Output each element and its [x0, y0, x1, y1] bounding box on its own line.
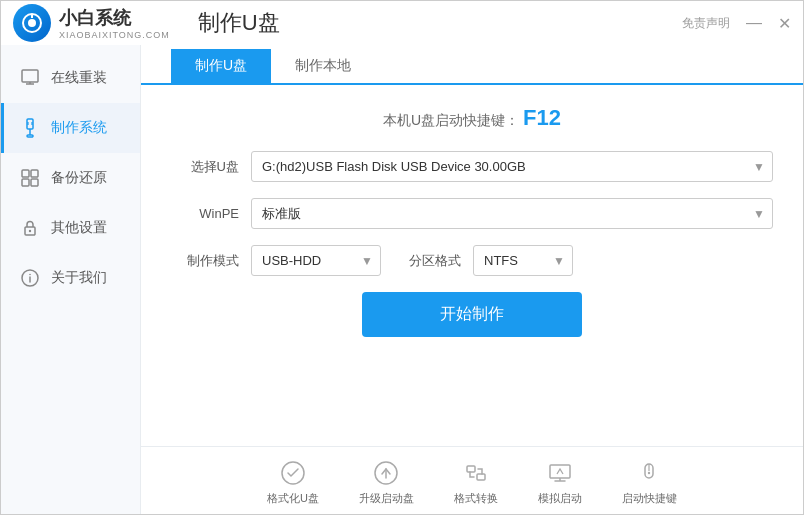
- svg-point-19: [29, 274, 31, 276]
- partition-control: NTFS FAT32 exFAT ▼: [473, 245, 573, 276]
- usb-select[interactable]: G:(hd2)USB Flash Disk USB Device 30.00GB: [251, 151, 773, 182]
- winpe-label: WinPE: [171, 206, 239, 221]
- bottom-toolbar: 格式化U盘 升级启动盘: [141, 446, 803, 515]
- svg-rect-3: [22, 70, 38, 82]
- svg-point-1: [28, 19, 36, 27]
- usb-icon: [19, 117, 41, 139]
- svg-rect-23: [467, 466, 475, 472]
- sidebar-label-backup-restore: 备份还原: [51, 169, 107, 187]
- mode-select[interactable]: USB-HDD USB-ZIP USB-FDD: [251, 245, 381, 276]
- tool-format-convert-label: 格式转换: [454, 491, 498, 506]
- desktop-launch-icon: [546, 459, 574, 487]
- logo-sub: XIAOBAIXITONG.COM: [59, 30, 170, 40]
- disclaimer-link[interactable]: 免责声明: [682, 15, 730, 32]
- content-area: 制作U盘 制作本地 本机U盘启动快捷键： F12 选择U盘 G:(hd2)USB…: [141, 45, 803, 515]
- close-button[interactable]: ✕: [778, 14, 791, 33]
- tool-upgrade-boot-label: 升级启动盘: [359, 491, 414, 506]
- svg-rect-8: [27, 135, 33, 137]
- winpe-select[interactable]: 标准版 经典版 高级版: [251, 198, 773, 229]
- upload-circle-icon: [372, 459, 400, 487]
- sidebar-item-make-system[interactable]: 制作系统: [1, 103, 140, 153]
- minimize-button[interactable]: —: [746, 14, 762, 32]
- shortcut-key: F12: [523, 105, 561, 130]
- svg-rect-13: [22, 179, 29, 186]
- sidebar-label-online-reinstall: 在线重装: [51, 69, 107, 87]
- sidebar-label-make-system: 制作系统: [51, 119, 107, 137]
- shortcut-label: 本机U盘启动快捷键：: [383, 112, 519, 128]
- svg-point-16: [29, 230, 31, 232]
- info-icon: [19, 267, 41, 289]
- convert-icon: [462, 459, 490, 487]
- grid-icon: [19, 167, 41, 189]
- shortcut-hint: 本机U盘启动快捷键： F12: [171, 105, 773, 131]
- mode-partition-row: 制作模式 USB-HDD USB-ZIP USB-FDD ▼ 分区格式 NTFS…: [171, 245, 773, 276]
- svg-rect-12: [31, 170, 38, 177]
- sidebar: 在线重装 制作系统: [1, 45, 141, 515]
- tabs: 制作U盘 制作本地: [141, 49, 803, 85]
- tool-boot-shortcut-label: 启动快捷键: [622, 491, 677, 506]
- svg-point-30: [648, 472, 650, 474]
- usb-control: G:(hd2)USB Flash Disk USB Device 30.00GB…: [251, 151, 773, 182]
- sidebar-item-other-settings[interactable]: 其他设置: [1, 203, 140, 253]
- svg-rect-11: [22, 170, 29, 177]
- tab-make-usb[interactable]: 制作U盘: [171, 49, 271, 85]
- form-area: 本机U盘启动快捷键： F12 选择U盘 G:(hd2)USB Flash Dis…: [141, 85, 803, 446]
- tool-boot-shortcut[interactable]: 启动快捷键: [622, 459, 677, 506]
- usb-select-row: 选择U盘 G:(hd2)USB Flash Disk USB Device 30…: [171, 151, 773, 182]
- mode-label: 制作模式: [171, 252, 239, 270]
- logo-main: 小白系统: [59, 6, 170, 30]
- partition-label: 分区格式: [393, 252, 461, 270]
- titlebar-left: 小白系统 XIAOBAIXITONG.COM 制作U盘: [13, 4, 280, 42]
- mode-control: USB-HDD USB-ZIP USB-FDD ▼: [251, 245, 381, 276]
- logo-text: 小白系统 XIAOBAIXITONG.COM: [59, 6, 170, 40]
- lock-icon: [19, 217, 41, 239]
- svg-rect-14: [31, 179, 38, 186]
- svg-rect-24: [477, 474, 485, 480]
- tool-format-usb[interactable]: 格式化U盘: [267, 459, 319, 506]
- start-button[interactable]: 开始制作: [362, 292, 582, 337]
- mouse-icon: [635, 459, 663, 487]
- tool-simulate-boot[interactable]: 模拟启动: [538, 459, 582, 506]
- page-title: 制作U盘: [198, 8, 280, 38]
- titlebar: 小白系统 XIAOBAIXITONG.COM 制作U盘 免责声明 — ✕: [1, 1, 803, 45]
- partition-select[interactable]: NTFS FAT32 exFAT: [473, 245, 573, 276]
- tool-upgrade-boot[interactable]: 升级启动盘: [359, 459, 414, 506]
- tab-make-local[interactable]: 制作本地: [271, 49, 375, 85]
- sidebar-label-about-us: 关于我们: [51, 269, 107, 287]
- tool-format-usb-label: 格式化U盘: [267, 491, 319, 506]
- winpe-row: WinPE 标准版 经典版 高级版 ▼: [171, 198, 773, 229]
- titlebar-right: 免责声明 — ✕: [682, 14, 791, 33]
- main-layout: 在线重装 制作系统: [1, 45, 803, 515]
- tool-simulate-boot-label: 模拟启动: [538, 491, 582, 506]
- svg-rect-25: [550, 465, 570, 478]
- tool-format-convert[interactable]: 格式转换: [454, 459, 498, 506]
- sidebar-item-online-reinstall[interactable]: 在线重装: [1, 53, 140, 103]
- usb-label: 选择U盘: [171, 158, 239, 176]
- sidebar-item-backup-restore[interactable]: 备份还原: [1, 153, 140, 203]
- check-circle-icon: [279, 459, 307, 487]
- monitor-icon: [19, 67, 41, 89]
- winpe-control: 标准版 经典版 高级版 ▼: [251, 198, 773, 229]
- logo-icon: [13, 4, 51, 42]
- sidebar-item-about-us[interactable]: 关于我们: [1, 253, 140, 303]
- sidebar-label-other-settings: 其他设置: [51, 219, 107, 237]
